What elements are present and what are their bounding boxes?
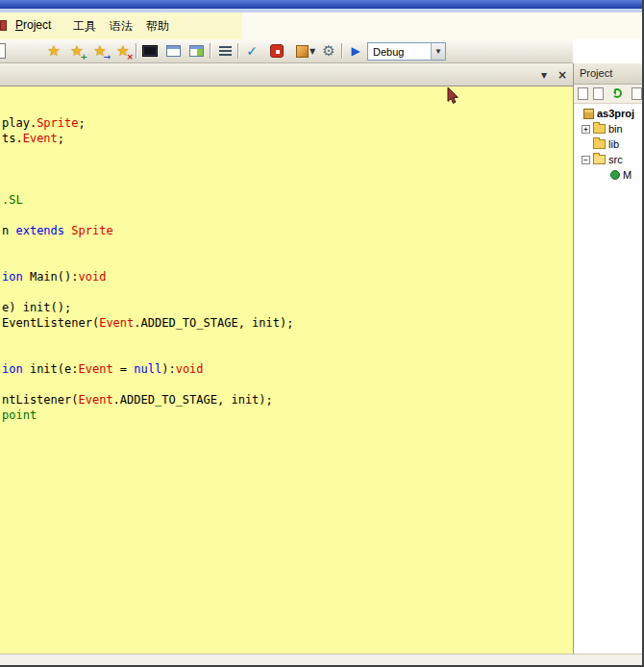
code-token: n [2,224,15,237]
star-icon[interactable]: ★ [44,41,63,61]
document-icon[interactable] [0,43,6,59]
code-token: ts. [2,132,23,145]
panel-green-icon[interactable] [186,41,206,61]
code-line [2,377,293,392]
main-toolbar: ★ ★+ ★→ ★× ✓ ▼ ⚙ ▶ Debug ▼ [0,39,573,63]
debug-play-icon[interactable]: ▶ [346,41,365,61]
project-tree: as3proj + bin lib − src M [574,104,644,183]
code-editor[interactable]: play.Sprite;ts.Event; .SL n extends Spri… [0,86,573,654]
code-token: play. [2,116,37,130]
clipped-menu-icon [0,20,7,31]
split-panel-icon[interactable] [163,41,183,61]
tree-label: M [623,169,632,181]
code-token: void [176,362,204,376]
code-token: Sprite [37,116,78,130]
expand-plus-icon[interactable]: + [582,125,590,134]
code-line: play.Sprite; [2,115,293,131]
code-token: ion [2,362,23,376]
monitor-glyph [142,45,158,57]
tree-label: bin [608,123,623,135]
new-file-icon[interactable] [578,87,588,100]
plus-badge-icon: + [80,52,87,62]
code-token: ntListener( [2,393,78,407]
align-glyph [219,46,232,56]
code-area: play.Sprite;ts.Event; .SL n extends Spri… [2,115,293,423]
code-token: .ADDED_TO_STAGE, init); [134,316,293,330]
code-token: void [78,270,106,284]
code-line: EventListener(Event.ADDED_TO_STAGE, init… [2,315,293,331]
panel-glyph [166,45,181,57]
menu-bar: Project 工具 语法 帮助 [0,12,642,39]
code-token: ; [58,132,64,145]
tree-item-main-file[interactable]: M [574,167,644,183]
project-panel: Project as3proj + bin lib − [573,63,644,654]
code-token: ion [2,270,23,284]
tree-item-bin[interactable]: + bin [574,121,644,136]
code-line: ntListener(Event.ADDED_TO_STAGE, init); [2,392,293,408]
code-line [2,146,293,161]
debug-configuration-combobox[interactable]: Debug ▼ [367,42,446,61]
code-line [2,284,293,300]
tree-label: lib [608,138,619,150]
code-token: null [134,362,161,376]
tree-item-project-root[interactable]: as3proj [574,106,644,121]
flashdevelop-window: Project 工具 语法 帮助 ★ ★+ ★→ ★× ✓ ▼ ⚙ ▶ Debu… [0,0,644,667]
folder-icon [593,139,606,149]
tree-label: src [608,154,623,165]
code-token: Main(): [23,270,79,284]
project-panel-title: Project [574,63,644,85]
list-view-icon[interactable] [632,87,642,100]
red-glyph [270,44,284,58]
window-titlebar[interactable] [0,0,642,9]
cross-badge-icon: × [126,52,134,62]
toolbar-separator [237,43,238,59]
code-line: e) init(); [2,300,293,315]
code-line: ion init(e:Event = null):void [2,361,293,377]
arrow-badge-icon: → [103,52,111,62]
code-token: Event [78,362,112,376]
combo-value: Debug [373,46,404,58]
syntax-check-icon[interactable]: ✓ [242,41,261,61]
build-dropdown-icon[interactable]: ▼ [308,41,317,61]
window-bottom-edge [0,654,642,665]
tree-item-lib[interactable]: lib [574,136,644,152]
code-token: EventListener( [2,316,99,330]
star-remove-icon[interactable]: ★× [113,41,133,61]
tree-label: as3proj [597,108,634,119]
align-list-icon[interactable] [215,41,235,61]
code-line [2,208,293,223]
project-panel-toolbar [574,85,644,104]
close-tab-icon[interactable]: × [555,67,570,83]
menu-item-help[interactable]: 帮助 [146,18,169,35]
monitor-icon[interactable] [140,41,160,61]
code-token: Event [23,132,58,145]
code-token: Event [78,393,112,407]
code-token: ): [161,362,175,376]
code-token: Event [99,316,134,330]
menu-item-syntax[interactable]: 语法 [110,18,133,35]
open-file-icon[interactable] [593,87,604,100]
code-line: ts.Event; [2,131,293,146]
folder-icon [593,124,606,134]
combo-dropdown-icon[interactable]: ▼ [431,43,445,60]
refresh-icon[interactable] [612,88,622,98]
tab-list-chevron-icon[interactable]: ▾ [536,67,552,83]
code-line: n extends Sprite [2,223,293,238]
cube-glyph [296,45,309,58]
menu-item-project[interactable]: Project [15,18,51,32]
code-token: Sprite [71,224,112,237]
star-go-icon[interactable]: ★→ [90,41,110,61]
code-line [2,346,293,361]
settings-gear-icon[interactable]: ⚙ [319,41,338,61]
code-token: ; [78,116,85,130]
tree-item-src[interactable]: − src [574,152,644,167]
menu-item-tools[interactable]: 工具 [73,18,96,35]
toolbar-separator [210,43,211,59]
project-cube-icon [583,109,594,119]
star-add-icon[interactable]: ★+ [67,41,87,61]
code-line [2,238,293,254]
code-token: .SL [2,193,23,207]
stop-red-icon[interactable] [267,41,286,61]
code-token: point [2,408,37,422]
collapse-minus-icon[interactable]: − [582,156,590,164]
